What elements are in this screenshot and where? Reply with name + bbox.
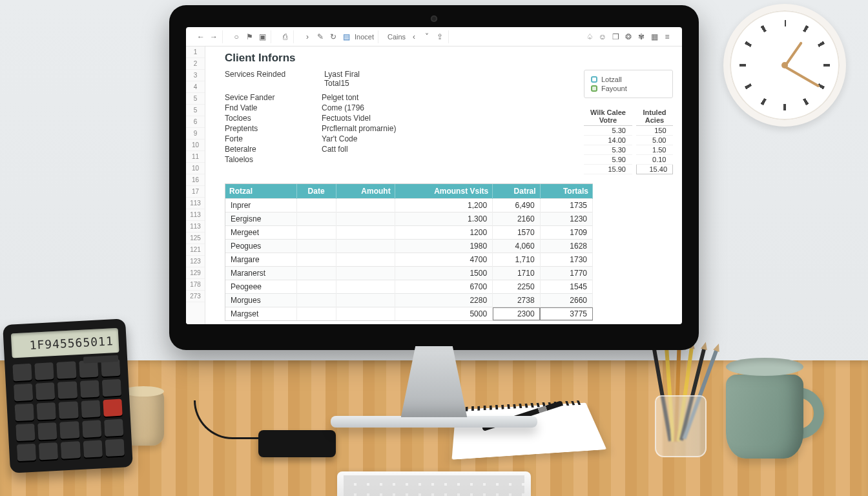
cell[interactable] [296,294,336,307]
cell[interactable]: 2300 [493,307,540,321]
cell[interactable] [296,253,336,267]
row-number[interactable]: 10 [186,163,205,174]
toolbar-tab-2[interactable]: Cains [388,33,406,41]
cell[interactable]: Peogues [225,240,296,253]
cell[interactable]: Mergeet [225,226,296,240]
cell[interactable] [336,253,395,267]
cell[interactable]: Inprer [225,199,296,212]
row-number[interactable]: 17 [186,186,205,198]
cell[interactable]: 1770 [540,267,592,280]
cell[interactable] [296,240,336,253]
cell[interactable]: 1709 [540,226,592,240]
edit-icon[interactable]: ✎ [316,32,325,41]
cell[interactable]: Morgues [225,294,296,307]
row-number[interactable]: 16 [186,174,205,186]
flag-icon[interactable]: ⚑ [245,32,254,41]
bell-icon[interactable]: ♤ [585,32,594,41]
cell[interactable]: 1230 [540,212,592,226]
cell[interactable] [336,294,395,307]
cell[interactable]: 1500 [395,267,493,280]
cell[interactable]: 1980 [395,240,493,253]
cell[interactable] [336,267,395,280]
cell[interactable]: 2280 [395,294,493,307]
row-number[interactable]: 3 [186,70,205,81]
cell[interactable] [296,199,336,212]
cell[interactable]: 1628 [540,240,592,253]
cell[interactable] [336,226,395,240]
cell[interactable]: 2160 [493,212,540,226]
search-icon[interactable]: ○ [232,32,241,41]
cell[interactable]: 6700 [395,280,493,294]
cell[interactable] [296,267,336,280]
cell[interactable]: 4700 [395,253,493,267]
col-header[interactable]: Tortals [540,184,592,199]
print-icon[interactable]: ⎙ [280,32,289,41]
cell[interactable]: 1,710 [493,253,540,267]
cell[interactable]: 2738 [493,294,540,307]
cell[interactable] [336,212,395,226]
cell[interactable] [336,307,395,321]
row-number[interactable]: 6 [186,116,205,128]
row-number[interactable]: 121 [186,244,205,256]
col-header[interactable]: Date [296,184,336,199]
user-icon[interactable]: ☺ [598,32,607,41]
table-row[interactable]: Maranerst150017101770 [225,267,593,280]
cell[interactable]: 1735 [540,199,592,212]
row-number[interactable]: 11 [186,151,205,163]
forward-icon[interactable]: → [209,32,218,41]
col-header[interactable]: Amounst Vsits [395,184,493,199]
cell[interactable] [336,240,395,253]
cell[interactable] [336,199,395,212]
doc-icon[interactable]: ▤ [342,32,351,41]
cell[interactable]: Maranerst [225,267,296,280]
row-number[interactable]: 178 [186,279,205,291]
col-header[interactable]: Datral [493,184,540,199]
export-icon[interactable]: ⇪ [435,32,444,41]
row-number[interactable]: 5 [186,93,205,105]
cell[interactable]: Margset [225,307,296,321]
cell[interactable] [296,212,336,226]
table-row[interactable]: Peogues19804,0601628 [225,240,593,253]
row-number[interactable]: 129 [186,267,205,279]
col-header[interactable]: Rotzal [225,184,296,199]
table-row[interactable]: Eergisne1.30021601230 [225,212,593,226]
cell[interactable]: 1570 [493,226,540,240]
row-number[interactable]: 5 [186,105,205,116]
data-table[interactable]: Rotzal Date Amouht Amounst Vsits Datral … [225,183,593,321]
cell[interactable]: 1.300 [395,212,493,226]
chevron-left-icon[interactable]: ‹ [409,32,418,41]
row-number[interactable]: 113 [186,209,205,221]
table-row[interactable]: Margare47001,7101730 [225,253,593,267]
cell[interactable]: Peogeee [225,280,296,294]
chevron-right-icon[interactable]: › [303,32,312,41]
cell[interactable]: 3775 [540,307,592,321]
row-number[interactable]: 2 [186,58,205,70]
cell[interactable]: 5000 [395,307,493,321]
cell[interactable]: 4,060 [493,240,540,253]
cell[interactable]: 2250 [493,280,540,294]
row-number[interactable]: 113 [186,198,205,209]
row-number[interactable]: 10 [186,140,205,151]
menu-icon[interactable]: ≡ [663,32,672,41]
cell[interactable] [296,307,336,321]
cell[interactable] [296,280,336,294]
cell[interactable]: 1,200 [395,199,493,212]
chevron-down-icon[interactable]: ˅ [422,32,431,41]
row-number[interactable]: 9 [186,128,205,140]
box-icon[interactable]: ❐ [611,32,620,41]
cell[interactable]: 1545 [540,280,592,294]
cell[interactable]: 1730 [540,253,592,267]
refresh-icon[interactable]: ↻ [329,32,338,41]
row-number[interactable]: 4 [186,81,205,93]
table-row[interactable]: Mergeet120015701709 [225,226,593,240]
table-row[interactable]: Margset500023003775 [225,307,593,321]
back-icon[interactable]: ← [196,32,205,41]
cell[interactable]: 1200 [395,226,493,240]
share-icon[interactable]: ❂ [624,32,633,41]
row-number[interactable]: 113 [186,221,205,232]
col-header[interactable]: Amouht [336,184,395,199]
table-row[interactable]: Inprer1,2006,4901735 [225,199,593,212]
cell[interactable]: 1710 [493,267,540,280]
grid-icon[interactable]: ▦ [650,32,659,41]
cell[interactable] [296,226,336,240]
